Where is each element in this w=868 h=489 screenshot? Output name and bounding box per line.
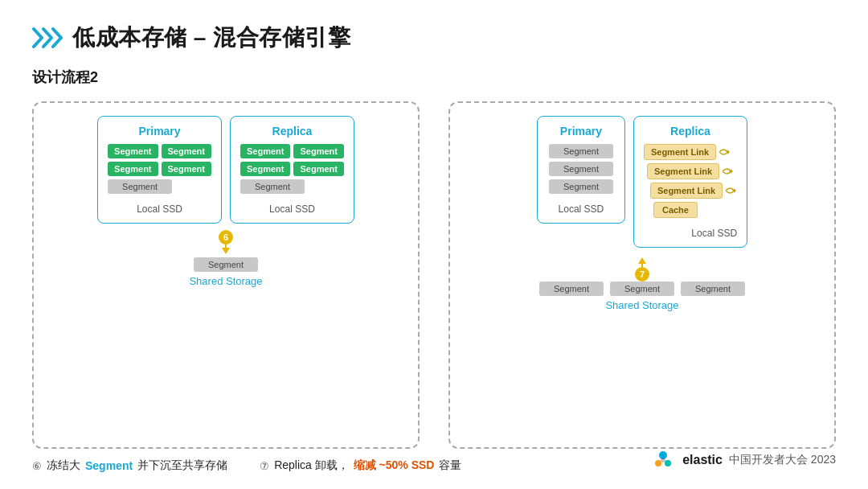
- shared-seg1: Segment: [194, 257, 258, 272]
- d2-shared-seg2: Segment: [610, 281, 674, 296]
- diagram1: Primary Segment Segment Segment Segment: [32, 101, 420, 449]
- svg-point-5: [665, 460, 671, 466]
- elastic-brand: elastic: [682, 453, 723, 467]
- footer-text1a: 冻结大: [47, 458, 80, 473]
- seg-r3: Segment: [240, 162, 290, 176]
- arrow-up-tip: [638, 257, 646, 264]
- diag2-replica-title: Replica: [670, 125, 710, 138]
- rep-row-3: Segment: [240, 179, 344, 194]
- diag2-replica: Replica Segment Link Segment Link: [633, 116, 747, 248]
- diag1-shared-label: Shared Storage: [189, 275, 262, 287]
- seg-row-1: Segment Segment: [108, 144, 211, 158]
- diag1-replica: Replica Segment Segment Segment Segment: [230, 116, 354, 224]
- conf-event: 中国开发者大会 2023: [729, 453, 836, 467]
- seg-r2: Segment: [293, 144, 343, 158]
- diag2-arrow: 7: [618, 256, 666, 280]
- diag1-columns: Primary Segment Segment Segment Segment: [97, 116, 354, 224]
- seg-link-3: Segment Link: [650, 183, 723, 199]
- diag1-arrow: 6: [202, 232, 250, 256]
- diag2-shared-label: Shared Storage: [605, 299, 678, 311]
- link-arrow-3: [724, 184, 737, 197]
- seg-r1: Segment: [240, 144, 290, 158]
- diag1-replica-segs: Segment Segment Segment Segment Segment: [240, 144, 344, 194]
- diag1-primary: Primary Segment Segment Segment Segment: [97, 116, 222, 224]
- seg-p5: Segment: [108, 179, 172, 194]
- seg-r5: Segment: [240, 179, 305, 194]
- svg-point-4: [655, 460, 661, 466]
- main-content: Primary Segment Segment Segment Segment: [32, 101, 836, 449]
- diag1-shared: Segment Shared Storage: [47, 257, 405, 287]
- d2-seg-p2: Segment: [549, 162, 613, 176]
- d2-shared-seg3: Segment: [681, 281, 745, 296]
- seg-p3: Segment: [108, 162, 158, 176]
- link-row-1: Segment Link: [644, 144, 737, 160]
- num-circle-6: 6: [219, 230, 233, 244]
- diag1-replica-ssd: Local SSD: [269, 203, 315, 215]
- diag2-shared: Segment Segment Segment Shared Storage: [463, 281, 821, 311]
- cache-row: Cache: [653, 202, 737, 218]
- elastic-logo-icon: [650, 447, 676, 473]
- diag1-primary-ssd: Local SSD: [137, 203, 182, 215]
- arrow-tip: [222, 248, 230, 254]
- rep-row-1: Segment Segment: [240, 144, 344, 158]
- diag2-primary-ssd: Local SSD: [559, 203, 604, 215]
- diag2-primary-title: Primary: [560, 125, 602, 138]
- cache-box: Cache: [653, 202, 698, 218]
- footer-text2a: Replica 卸载，: [274, 458, 349, 473]
- diag1-wrap: Primary Segment Segment Segment Segment: [47, 116, 405, 287]
- footer-item1: ⑥ 冻结大 Segment 并下沉至共享存储: [32, 458, 227, 473]
- footer-num2: ⑦: [260, 460, 269, 472]
- footer-text2b: 容量: [439, 458, 461, 473]
- diag1-primary-title: Primary: [138, 125, 180, 138]
- diag2-primary: Primary Segment Segment Segment: [537, 116, 625, 224]
- footer-item2: ⑦ Replica 卸载， 缩减 ~50% SSD 容量: [260, 458, 461, 473]
- svg-marker-0: [727, 150, 730, 154]
- d2-p-row1: Segment: [549, 144, 613, 158]
- footer-num1: ⑥: [32, 460, 42, 472]
- seg-link-2: Segment Link: [647, 163, 719, 179]
- diag2-replica-links: Segment Link Segment Link: [644, 144, 737, 218]
- diag2-primary-segs: Segment Segment Segment: [549, 144, 613, 194]
- chevron-icon: [32, 26, 63, 50]
- diag2-wrap: Primary Segment Segment Segment: [463, 116, 821, 311]
- seg-r4: Segment: [293, 162, 343, 176]
- seg-link-1: Segment Link: [644, 144, 716, 160]
- link-row-3: Segment Link: [650, 183, 737, 199]
- diag1-replica-title: Replica: [272, 125, 313, 138]
- d2-p-row3: Segment: [549, 179, 613, 194]
- page: 低成本存储 – 混合存储引擎 设计流程2 Primary Segment Seg…: [0, 0, 868, 489]
- header: 低成本存储 – 混合存储引擎: [32, 23, 836, 53]
- footer-seg-highlight: Segment: [85, 459, 133, 472]
- d2-seg-p3: Segment: [549, 179, 613, 194]
- d2-shared-seg1: Segment: [539, 281, 604, 296]
- svg-point-6: [661, 458, 665, 462]
- seg-row-2: Segment Segment: [108, 162, 211, 176]
- rep-row-2: Segment Segment: [240, 162, 344, 176]
- subtitle: 设计流程2: [32, 68, 836, 87]
- link-arrow-1: [718, 146, 731, 158]
- diag1-shared-segs: Segment: [194, 257, 258, 272]
- footer-text1b: 并下沉至共享存储: [137, 458, 227, 473]
- seg-p4: Segment: [162, 162, 211, 176]
- seg-p1: Segment: [108, 144, 158, 158]
- num-circle-7: 7: [635, 267, 649, 281]
- diagram2: Primary Segment Segment Segment: [448, 101, 836, 449]
- footer-reduce-highlight: 缩减 ~50% SSD: [354, 458, 435, 473]
- seg-row-3: Segment: [108, 179, 211, 194]
- bottom-logo: elastic 中国开发者大会 2023: [650, 447, 836, 473]
- diag2-shared-segs: Segment Segment Segment: [539, 281, 745, 296]
- diag1-primary-segs: Segment Segment Segment Segment Segment: [108, 144, 211, 194]
- link-arrow-2: [721, 165, 734, 178]
- svg-marker-1: [731, 169, 733, 174]
- d2-p-row2: Segment: [549, 162, 613, 176]
- d2-seg-p1: Segment: [549, 144, 613, 158]
- diag2-replica-ssd: Local SSD: [691, 228, 737, 239]
- seg-p2: Segment: [162, 144, 211, 158]
- svg-marker-2: [734, 188, 736, 193]
- diag2-columns: Primary Segment Segment Segment: [537, 116, 747, 248]
- page-title: 低成本存储 – 混合存储引擎: [72, 23, 350, 53]
- link-row-2: Segment Link: [647, 163, 737, 179]
